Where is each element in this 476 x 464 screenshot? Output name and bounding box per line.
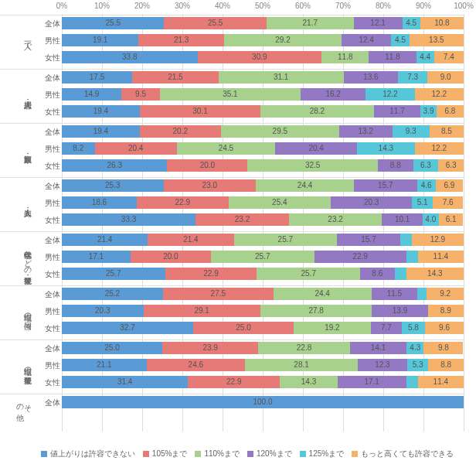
bar-segment: 9.3 [393,125,430,138]
bar-segment: 12.4 [342,34,391,46]
row-label: 全体 [34,181,60,192]
bar-row: 25.525.521.712.14.510.8 [62,17,464,29]
grid-line [464,14,464,432]
bar-segment: 7.4 [434,51,464,63]
bar-row: 33.830.911.811.84.47.4 [62,51,464,63]
row-label: 女性 [34,107,60,118]
bar-segment: 35.1 [160,88,301,101]
legend-item: 125%まで [300,449,345,459]
x-tick: 20% [134,2,150,10]
bar-segment: 11.8 [321,51,369,63]
bar-segment: 6.3 [413,159,439,172]
legend-swatch [300,451,306,457]
group-divider [0,339,464,340]
bar-segment: 26.3 [62,159,167,172]
bar-segment: 6.3 [438,159,464,172]
group-label: 職場の先輩・後輩 [0,342,31,390]
bar-segment: 20.3 [62,305,144,317]
group-divider [0,394,464,394]
bar-segment: 4.6 [417,179,436,192]
bar-segment: 33.8 [62,51,198,63]
bar-segment: 12.2 [415,88,464,101]
bar-segment: 31.4 [62,376,188,388]
bar-row: 33.323.223.210.14.06.1 [62,213,464,226]
bar-segment [406,376,418,388]
x-tick: 60% [295,2,311,10]
row-label: 男性 [34,198,60,209]
bar-segment: 25.3 [62,179,164,192]
row-label: 男性 [34,360,60,371]
row-label: 全体 [34,343,60,354]
bar-segment: 28.2 [260,105,374,118]
bar-row: 19.121.329.212.44.513.5 [62,34,464,46]
bar-segment: 14.9 [62,88,121,101]
bar-segment: 10.1 [382,213,423,226]
bar-segment: 21.3 [138,34,224,46]
bar-segment [417,288,427,300]
group-divider [0,123,464,124]
bar-segment: 25.7 [257,268,360,280]
row-label: 男性 [34,306,60,317]
stacked-bar-chart: 0%10%20%30%40%50%60%70%80%90%100% 25.525… [0,0,476,464]
bar-row: 32.725.019.27.75.89.6 [62,322,464,334]
bar-row: 17.120.025.722.911.4 [62,251,464,263]
bar-segment: 10.8 [420,17,464,29]
bar-segment: 22.8 [258,342,350,354]
bar-segment: 20.4 [275,142,357,155]
bar-segment: 19.4 [62,125,140,138]
bar-segment: 9.2 [427,288,464,300]
bar-segment: 24.5 [177,142,275,155]
bar-segment: 24.4 [256,179,354,192]
bar-segment: 23.2 [196,213,289,226]
legend: 値上がりは許容できない105%まで110%まで120%まで125%までもっと高く… [31,449,464,459]
bar-segment: 20.3 [331,196,413,209]
bar-row: 19.430.128.211.73.96.8 [62,105,464,118]
bar-segment: 20.2 [140,125,221,138]
row-label: 女性 [34,377,60,388]
row-label: 女性 [34,161,60,172]
x-tick: 0% [56,2,67,10]
legend-swatch [143,451,149,457]
bar-segment: 7.6 [433,196,464,209]
bar-segment: 7.7 [371,322,402,334]
row-label: 全体 [34,19,60,29]
bar-segment: 25.4 [229,196,331,209]
bar-segment [395,268,406,280]
bar-segment: 32.5 [247,159,378,172]
bar-row: 25.722.925.78.614.3 [62,268,464,280]
row-label: 男性 [34,90,60,101]
bar-segment: 5.3 [407,359,429,371]
bar-segment: 21.7 [267,17,354,29]
bar-segment: 19.1 [62,34,138,46]
legend-label: もっと高くても許容できる [361,449,454,459]
bar-row: 25.023.922.814.14.39.8 [62,342,464,354]
legend-label: 110%まで [204,449,240,459]
bar-segment: 9.0 [427,71,464,84]
bar-segment: 25.7 [211,251,314,263]
bar-segment: 22.9 [188,376,280,388]
bar-segment: 20.4 [95,142,177,155]
bar-segment: 12.9 [412,234,464,246]
bar-segment [406,251,418,263]
bar-row: 31.422.914.317.111.4 [62,376,464,388]
bar-segment: 4.3 [406,342,423,354]
bar-segment: 18.6 [62,196,137,209]
bar-segment: 13.5 [410,34,464,46]
bar-segment: 4.4 [416,51,434,63]
bar-segment: 23.0 [164,179,257,192]
bar-segment: 16.2 [301,88,366,101]
bar-segment: 100.0 [62,396,464,408]
bar-segment: 11.4 [418,376,464,388]
bar-segment: 23.2 [289,213,382,226]
bar-segment: 19.4 [62,105,140,118]
bar-segment: 21.1 [62,359,147,371]
bar-segment: 27.5 [163,288,274,300]
bar-segment: 25.7 [62,268,165,280]
bar-segment: 11.7 [374,105,421,118]
x-tick: 10% [94,2,110,10]
group-divider [0,285,464,286]
row-label: 全体 [34,235,60,246]
bar-segment: 12.2 [415,142,464,155]
plot-area: 25.525.521.712.14.510.819.121.329.212.44… [62,14,464,432]
group-label: 学生時代などの先輩・後輩 [0,234,31,281]
